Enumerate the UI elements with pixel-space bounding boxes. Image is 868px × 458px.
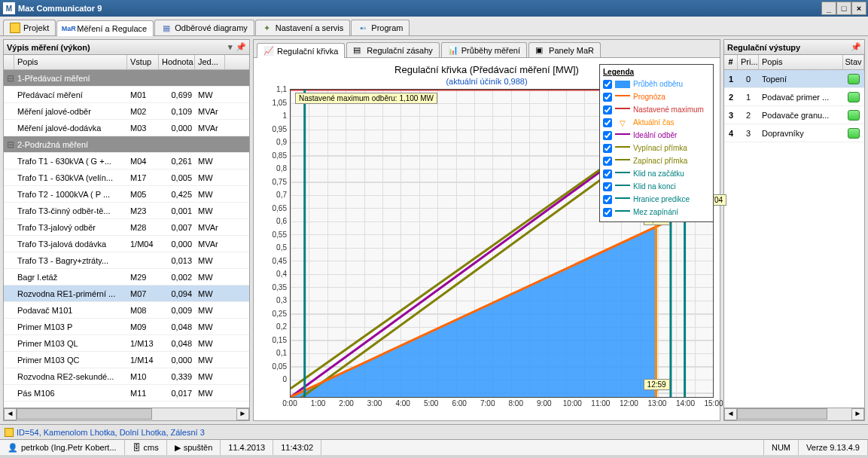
tab-program[interactable]: ▪▫ Program [351, 20, 410, 35]
collapse-icon[interactable]: ⊟ [4, 139, 14, 150]
scroll-left-button[interactable]: ◄ [724, 408, 737, 420]
legend-checkbox[interactable] [603, 80, 612, 89]
legend-checkbox[interactable] [603, 144, 612, 153]
scroll-track[interactable] [737, 408, 851, 420]
col-vstup[interactable]: Vstup [127, 55, 159, 69]
cell-hodnota: 0,048 [159, 339, 195, 348]
pin-icon[interactable]: 📌 [851, 42, 861, 52]
y-tick-label: 0,1 [276, 349, 287, 357]
legend-checkbox[interactable] [603, 182, 612, 191]
tab-label: Program [371, 23, 403, 32]
scroll-thumb[interactable] [17, 408, 152, 420]
grid-row[interactable]: Trafo T3-jalová dodávka1/M040,000MVAr [4, 236, 249, 252]
grid-row[interactable]: Trafo T3-činný odběr-tě...M230,001MW [4, 203, 249, 219]
output-grid-body[interactable]: 10Topení21Podavač primer ...32Podavače g… [724, 70, 864, 142]
subtab-panely-mar[interactable]: ▣ Panely MaR [528, 42, 601, 57]
legend-checkbox[interactable] [603, 208, 612, 217]
close-button[interactable]: × [851, 2, 866, 15]
legend-checkbox[interactable] [603, 157, 612, 166]
grid-row[interactable]: Měření jalové-odběrM020,109MVAr [4, 103, 249, 120]
grid-row[interactable]: Trafo T1 - 630kVA (velín...M170,005MW [4, 169, 249, 186]
scroll-track[interactable] [17, 408, 236, 420]
status-green-icon [848, 128, 860, 139]
legend-checkbox[interactable] [603, 105, 612, 114]
output-row[interactable]: 32Podavače granu... [724, 106, 864, 124]
legend-item: Ideální odběr [603, 129, 710, 142]
grid-row[interactable]: Podavač M101M080,009MW [4, 302, 249, 319]
legend-item: Nastavené maximum [603, 103, 710, 116]
grid-row[interactable]: Trafo T1 - 630kVA ( G +...M040,261MW [4, 153, 249, 169]
cell-jed: MW [195, 90, 225, 99]
output-row[interactable]: 10Topení [724, 70, 864, 88]
tab-projekt[interactable]: Projekt [3, 20, 56, 35]
grid-row[interactable]: Měření jalové-dodávkaM030,000MVAr [4, 120, 249, 136]
grid-row[interactable]: Trafo T2 - 1000kVA ( P ...M050,425MW [4, 186, 249, 203]
restore-button[interactable]: □ [836, 2, 851, 15]
grid-row[interactable]: Trafo T3-jalový odběrM280,007MVAr [4, 219, 249, 236]
legend-item: Klid na konci [603, 180, 710, 193]
y-tick-label: 0,4 [276, 270, 287, 278]
gear-icon: ✦ [262, 23, 273, 33]
grid-row[interactable]: Trafo T3 - Bagry+ztráty...0,013MW [4, 252, 249, 269]
grid-row[interactable]: Primer M103 PM090,048MW [4, 319, 249, 335]
subtab-regulacni-zasahy[interactable]: ▤ Regulační zásahy [346, 42, 439, 57]
cell-popis: Předávací měření [14, 90, 127, 99]
collapse-icon[interactable]: ⊟ [4, 73, 14, 84]
col-pri[interactable]: Pri... [738, 55, 759, 69]
scroll-right-button[interactable]: ► [851, 408, 864, 420]
y-tick-label: 0,55 [273, 230, 287, 238]
legend-title: Legenda [603, 68, 710, 76]
tab-odberove-diagramy[interactable]: ▦ Odběrové diagramy [154, 20, 254, 35]
scroll-right-button[interactable]: ► [236, 408, 249, 420]
grid-row[interactable]: Rozvodna RE1-primérní ...M070,094MW [4, 285, 249, 302]
minimize-button[interactable]: _ [821, 2, 836, 15]
grid-body[interactable]: ⊟1-Předávací měřeníPředávací měřeníM010,… [4, 70, 249, 408]
legend-item: Zapínací přímka [603, 154, 710, 167]
scroll-left-button[interactable]: ◄ [4, 408, 17, 420]
chevron-down-icon[interactable]: ▾ [228, 42, 233, 52]
horizontal-scrollbar[interactable]: ◄ ► [4, 408, 249, 420]
col-num[interactable]: # [724, 55, 738, 69]
cell-hodnota: 0,007 [159, 223, 195, 232]
mar-icon: MaR [63, 23, 74, 34]
col-popis[interactable]: Popis [759, 55, 843, 69]
grid-group-row[interactable]: ⊟2-Podružná měření [4, 136, 249, 153]
window-title: Max Communicator 9 [18, 4, 821, 13]
legend-checkbox[interactable] [603, 169, 612, 179]
cell-vstup: M05 [127, 190, 159, 199]
square-yellow-icon [5, 428, 14, 437]
time-marker-label: 12:59 [644, 379, 670, 390]
tab-mereni-regulace[interactable]: MaR Měření a Regulace [56, 20, 154, 36]
output-row[interactable]: 21Podavač primer ... [724, 88, 864, 106]
grid-row[interactable]: Primer M103 QL1/M130,048MW [4, 335, 249, 352]
grid-group-row[interactable]: ⊟1-Předávací měření [4, 70, 249, 87]
subtab-prubehy-mereni[interactable]: 📊 Průběhy měření [441, 42, 527, 57]
legend-checkbox[interactable] [603, 93, 612, 102]
legend-checkbox[interactable] [603, 131, 612, 140]
legend-checkbox[interactable] [603, 195, 612, 204]
cell-popis: Rozvodna RE1-primérní ... [14, 289, 127, 298]
col-popis[interactable]: Popis [14, 55, 127, 69]
grid-row[interactable]: Bagr I.etážM290,002MW [4, 269, 249, 285]
scroll-thumb[interactable] [737, 408, 827, 420]
cell-hodnota: 0,109 [159, 107, 195, 116]
col-hodnota[interactable]: Hodnota [159, 55, 195, 69]
pin-icon[interactable]: 📌 [236, 42, 246, 52]
cell-vstup: M04 [127, 157, 159, 166]
tab-nastaveni-servis[interactable]: ✦ Nastavení a servis [255, 20, 350, 35]
output-row[interactable]: 43Dopravníky [724, 124, 864, 142]
list-icon: ▤ [353, 45, 364, 56]
grid-row[interactable]: Předávací měřeníM010,699MW [4, 87, 249, 103]
grid-row[interactable]: Pás M106M110,017MW [4, 385, 249, 402]
grid-row[interactable]: Primer M103 QC1/M140,000MW [4, 352, 249, 368]
cell-jed: MW [195, 289, 225, 298]
y-tick-label: 0,45 [273, 256, 287, 264]
subtab-regulacni-krivka[interactable]: 📈 Regulační křivka [257, 43, 345, 58]
y-tick-label: 0,75 [273, 177, 287, 185]
legend-checkbox[interactable] [603, 118, 612, 127]
col-stav[interactable]: Stav [843, 55, 864, 69]
grid-row[interactable]: Rozvodna RE2-sekundé...M100,339MW [4, 368, 249, 385]
col-jed[interactable]: Jed... [195, 55, 225, 69]
cell-popis: Topení [759, 75, 843, 84]
horizontal-scrollbar[interactable]: ◄ ► [724, 408, 864, 420]
